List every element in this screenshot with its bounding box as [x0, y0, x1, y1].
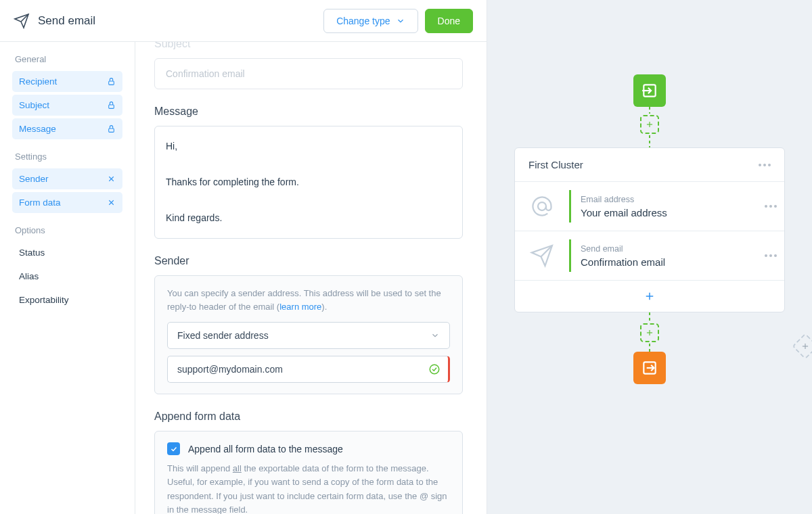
- flow-add-dropzone[interactable]: [640, 115, 659, 134]
- editor-panel: Send email Change type Done General Reci…: [0, 0, 487, 514]
- more-icon[interactable]: [765, 205, 777, 208]
- cluster-header[interactable]: First Cluster: [515, 148, 784, 182]
- learn-more-link[interactable]: learn more: [279, 302, 321, 312]
- cluster-row-type: Email address: [581, 195, 748, 204]
- sidebar-item-exportability[interactable]: Exportability: [12, 289, 122, 310]
- sidebar-item-status[interactable]: Status: [12, 242, 122, 263]
- sidebar-group-settings: Settings: [15, 151, 122, 162]
- svg-point-12: [538, 202, 546, 210]
- done-button[interactable]: Done: [425, 9, 473, 33]
- append-help-text: This will append all the exportable data…: [167, 462, 450, 514]
- svg-point-7: [430, 365, 439, 375]
- flow-add-dropzone[interactable]: [640, 323, 659, 342]
- flow-start-node[interactable]: [633, 74, 666, 107]
- append-panel: Append all form data to the message This…: [154, 431, 463, 514]
- message-heading: Message: [154, 106, 468, 118]
- flow-end-node[interactable]: [633, 352, 666, 384]
- close-icon[interactable]: [106, 174, 116, 184]
- editor-header: Send email Change type Done: [0, 0, 487, 42]
- close-icon[interactable]: [106, 198, 116, 208]
- page-title: Send email: [38, 14, 95, 28]
- subject-heading: Subject: [154, 42, 468, 50]
- flow-canvas[interactable]: First Cluster Email address Your email a…: [487, 0, 812, 514]
- cluster-row-type: Send email: [581, 244, 748, 254]
- subject-section: Subject Confirmation email: [154, 42, 468, 89]
- sidebar-item-recipient[interactable]: Recipient: [12, 71, 122, 92]
- cluster-row-send-email[interactable]: Send email Confirmation email: [515, 231, 784, 281]
- sidebar-group-general: General: [15, 54, 122, 64]
- lock-icon: [106, 77, 116, 87]
- message-line: Hi,: [166, 137, 451, 156]
- check-circle-icon: [428, 363, 441, 375]
- sidebar-item-subject[interactable]: Subject: [12, 95, 122, 116]
- cluster-row-email-address[interactable]: Email address Your email address: [515, 182, 784, 231]
- chevron-down-icon: [430, 331, 440, 340]
- more-icon[interactable]: [765, 254, 777, 257]
- message-line: Thanks for completing the form.: [166, 173, 451, 191]
- message-textarea[interactable]: Hi, Thanks for completing the form. Kind…: [154, 126, 463, 239]
- sidebar-item-form-data[interactable]: Form data: [12, 192, 122, 213]
- flow-cluster: First Cluster Email address Your email a…: [514, 147, 785, 312]
- svg-rect-0: [108, 81, 114, 85]
- more-icon[interactable]: [759, 164, 771, 166]
- paper-plane-icon: [515, 231, 569, 280]
- lock-icon: [106, 124, 116, 134]
- sender-mode-select[interactable]: Fixed sender address: [167, 322, 450, 349]
- editor-content: Subject Confirmation email Message Hi, T…: [135, 42, 487, 514]
- sender-help-text: You can specify a sender address. This a…: [167, 287, 450, 314]
- sidebar-item-message[interactable]: Message: [12, 118, 122, 139]
- svg-rect-1: [108, 105, 114, 108]
- lock-icon: [106, 101, 116, 110]
- change-type-button[interactable]: Change type: [323, 9, 418, 33]
- sidebar-item-sender[interactable]: Sender: [12, 168, 122, 189]
- sender-address-input[interactable]: [167, 356, 450, 383]
- append-checkbox[interactable]: [167, 442, 180, 455]
- chevron-down-icon: [396, 16, 405, 26]
- paper-plane-icon: [14, 13, 30, 29]
- svg-rect-2: [108, 128, 114, 132]
- subject-input[interactable]: Confirmation email: [154, 58, 463, 89]
- append-heading: Append form data: [154, 411, 468, 423]
- cluster-row-title: Your email address: [581, 207, 748, 218]
- branch-add-dropzone[interactable]: [792, 333, 812, 360]
- message-line: Kind regards.: [166, 209, 451, 227]
- sender-panel: You can specify a sender address. This a…: [154, 275, 463, 394]
- sidebar-group-options: Options: [15, 225, 122, 235]
- append-checkbox-label: Append all form data to the message: [188, 444, 343, 454]
- cluster-row-title: Confirmation email: [581, 256, 748, 268]
- at-icon: [515, 182, 569, 231]
- sender-heading: Sender: [154, 255, 468, 267]
- sidebar-nav: General Recipient Subject Message Settin…: [0, 42, 135, 514]
- sidebar-item-alias[interactable]: Alias: [12, 266, 122, 287]
- cluster-add-button[interactable]: [515, 281, 784, 312]
